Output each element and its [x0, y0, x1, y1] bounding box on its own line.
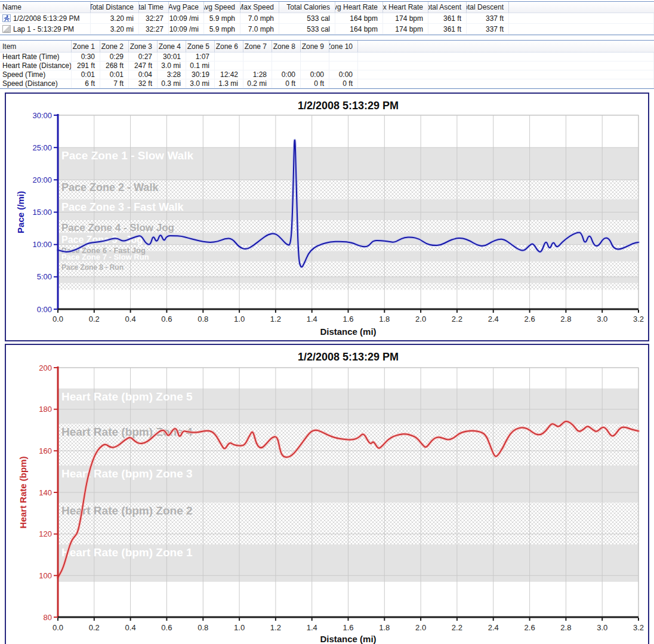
value-cell: [243, 61, 272, 70]
cell-text: 30:01: [163, 53, 181, 61]
row-label-cell: Speed (Distance): [0, 79, 72, 88]
table-row[interactable]: Speed (Time)0:010:010:043:2830:1912:421:…: [0, 70, 654, 79]
table-row[interactable]: Lap 1 - 5:13:29 PM3.20 mi32:2710:09 /mi5…: [0, 24, 654, 35]
column-header[interactable]: Zone 8: [272, 41, 301, 53]
cell-text: 10:09 /mi: [169, 14, 199, 23]
column-header[interactable]: Name: [0, 2, 91, 13]
cell-text: Speed (Distance): [2, 79, 58, 88]
column-header[interactable]: Avg Speed: [204, 2, 240, 13]
column-header[interactable]: Avg Pace: [169, 2, 204, 13]
column-header[interactable]: Zone 10: [329, 41, 358, 53]
column-header[interactable]: Item: [0, 41, 72, 53]
cell-text: Speed (Time): [2, 70, 45, 79]
value-cell: 0.2 mi: [243, 79, 272, 88]
value-cell: 268 ft: [100, 61, 129, 70]
column-header[interactable]: Zone 7: [243, 41, 272, 53]
y-tick-label: 25:00: [32, 143, 52, 152]
x-tick-label: 3.0: [597, 623, 607, 632]
row-filler: [358, 53, 654, 61]
x-tick-label: 2.6: [525, 315, 535, 323]
column-header[interactable]: Zone 2: [100, 41, 129, 53]
column-header[interactable]: Total Calories: [279, 2, 335, 13]
cell-text: 5.9 mph: [209, 25, 235, 33]
column-header[interactable]: Max Heart Rate: [383, 2, 428, 13]
zone-label: Pace Zone 8 - Run: [61, 263, 124, 272]
x-tick-label: 1.6: [343, 315, 353, 323]
cell-text: 0 ft: [343, 79, 353, 88]
value-cell: 32 ft: [129, 79, 158, 88]
x-tick-label: 2.4: [488, 315, 499, 323]
column-header[interactable]: Avg Heart Rate: [335, 2, 383, 13]
value-cell: 337 ft: [467, 13, 509, 23]
value-cell: [301, 53, 329, 61]
column-header[interactable]: Max Speed: [240, 2, 279, 13]
value-cell: 0:00: [329, 70, 358, 79]
cell-text: 1.3 mi: [218, 79, 238, 88]
row-filler: [358, 61, 654, 70]
x-tick-label: 0.6: [161, 623, 172, 632]
column-header[interactable]: Zone 1: [72, 41, 100, 53]
table-row[interactable]: Speed (Distance)6 ft7 ft32 ft0.3 mi3.0 m…: [0, 79, 654, 88]
value-cell: 0:27: [129, 53, 158, 61]
column-header[interactable]: Zone 3: [129, 41, 158, 53]
cell-text: 32:27: [146, 25, 164, 33]
x-tick-label: 0.4: [125, 623, 136, 632]
table-row[interactable]: Heart Rate (Time)0:300:290:2730:011:07: [0, 53, 654, 61]
column-header[interactable]: Zone 5: [186, 41, 215, 53]
y-tick-label: 160: [39, 446, 52, 455]
x-tick-label: 3.2: [633, 623, 644, 632]
value-cell: 291 ft: [72, 61, 100, 70]
value-cell: 0:00: [272, 70, 301, 79]
column-header[interactable]: Zone 9: [301, 41, 329, 53]
cell-text: 0.3 mi: [161, 79, 181, 88]
table-header-row: ItemZone 1Zone 2Zone 3Zone 4Zone 5Zone 6…: [0, 41, 654, 53]
table-row[interactable]: Heart Rate (Distance)291 ft268 ft247 ft3…: [0, 61, 654, 70]
column-header[interactable]: Total Time: [139, 2, 169, 13]
value-cell: 0:00: [301, 70, 329, 79]
cell-text: 32 ft: [138, 79, 152, 88]
cell-text: 0:00: [310, 70, 324, 79]
column-header[interactable]: Total Descent: [467, 2, 509, 13]
heart-rate-chart[interactable]: Heart Rate (bpm) Zone 5Heart Rate (bpm) …: [6, 345, 648, 644]
zone-label: Pace Zone 7 - Slow Run: [61, 252, 149, 261]
value-cell: [243, 53, 272, 61]
cell-text: 30:19: [192, 70, 209, 79]
cell-text: 1:28: [253, 70, 267, 79]
cell-text: Lap 1 - 5:13:29 PM: [13, 25, 74, 33]
cell-text: 0.1 mi: [190, 61, 209, 70]
row-filler: [358, 79, 654, 88]
value-cell: 164 bpm: [335, 13, 383, 23]
x-tick-label: 2.8: [560, 623, 571, 632]
table-header-row: NameTotal DistanceTotal TimeAvg PaceAvg …: [0, 2, 654, 13]
cell-text: 533 cal: [307, 25, 330, 33]
cell-text: 1/2/2008 5:13:29 PM: [13, 14, 79, 23]
column-header[interactable]: Zone 6: [215, 41, 243, 53]
y-tick-label: 15:00: [32, 208, 52, 217]
value-cell: 0.1 mi: [186, 61, 215, 70]
column-header[interactable]: Zone 4: [158, 41, 186, 53]
cell-text: 164 bpm: [350, 25, 378, 33]
cell-text: 0:01: [110, 70, 124, 79]
pace-chart[interactable]: Pace Zone 1 - Slow WalkPace Zone 2 - Wal…: [6, 94, 648, 340]
cell-text: 3:28: [167, 70, 181, 79]
column-header-filler: [509, 2, 654, 13]
column-header[interactable]: Total Ascent: [428, 2, 467, 13]
cell-text: 174 bpm: [395, 14, 423, 23]
cell-text: 0:04: [138, 70, 152, 79]
zone-label: Heart Rate (bpm) Zone 5: [61, 390, 193, 403]
x-tick-label: 2.6: [525, 623, 535, 632]
value-cell: 30:01: [158, 53, 186, 61]
value-cell: 0 ft: [329, 79, 358, 88]
value-cell: 247 ft: [129, 61, 158, 70]
value-cell: 12:42: [215, 70, 243, 79]
value-cell: 174 bpm: [383, 13, 428, 23]
value-cell: 3.0 mi: [158, 61, 186, 70]
x-tick-label: 0.6: [161, 315, 172, 323]
value-cell: 533 cal: [279, 13, 335, 23]
value-cell: 6 ft: [72, 79, 100, 88]
value-cell: [272, 61, 301, 70]
table-row[interactable]: 1/2/2008 5:13:29 PM3.20 mi32:2710:09 /mi…: [0, 13, 654, 24]
column-header[interactable]: Total Distance: [91, 2, 139, 13]
cell-text: 0:30: [81, 53, 95, 61]
y-tick-label: 120: [39, 529, 52, 538]
